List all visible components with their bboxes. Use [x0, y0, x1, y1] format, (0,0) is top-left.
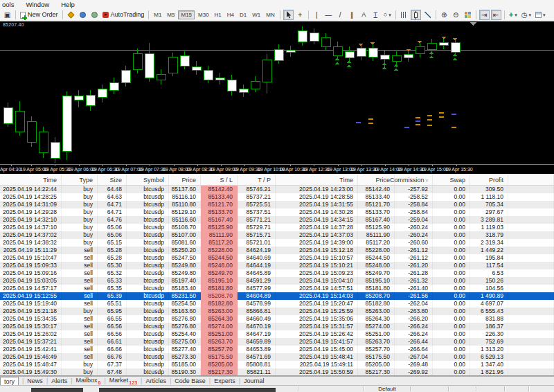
trendline-button[interactable]: /: [335, 10, 346, 20]
auto-scroll-button[interactable]: ⇤: [491, 10, 501, 20]
expert-advisors-icon[interactable]: [66, 10, 76, 20]
timeframe-m15-button[interactable]: M15: [178, 10, 195, 19]
history-row[interactable]: 2025.04.19 15:30:17sell66.56btcusdp85276…: [0, 323, 554, 330]
horizontal-line-button[interactable]: —: [323, 10, 334, 20]
timeframe-w1-button[interactable]: W1: [250, 11, 262, 19]
menu-item-window[interactable]: Window: [26, 1, 49, 8]
periods-dropdown[interactable]: ◷ ▾: [520, 10, 533, 20]
column-header-1-type[interactable]: Type: [62, 174, 98, 185]
history-row[interactable]: 2025.04.19 15:46:49sell66.76btcusdp85273…: [0, 353, 554, 361]
candlestick: [251, 82, 260, 89]
history-row[interactable]: 2025.04.19 15:09:33sell65.30btcusdp85249…: [0, 262, 554, 269]
sell-arrow-icon: [442, 37, 446, 39]
history-cell: 85111.90: [358, 231, 395, 239]
tab-tory[interactable]: tory: [0, 377, 19, 385]
tab-mailbox[interactable]: Mailbox6: [75, 377, 102, 385]
tab-news[interactable]: News: [26, 377, 44, 384]
column-header-5-s-l[interactable]: S / L: [201, 174, 238, 185]
cursor-button[interactable]: [283, 10, 294, 20]
history-row[interactable]: 2025.04.19 15:48:47buy67.37btcusdp85185.…: [0, 361, 554, 368]
community-icon[interactable]: [78, 10, 88, 20]
history-row[interactable]: 2025.04.19 15:03:05sell65.33btcusdp85197…: [0, 277, 554, 285]
column-header-6-t-p[interactable]: T / P: [238, 174, 276, 185]
history-cell: 65.15: [98, 239, 127, 247]
history-row[interactable]: 2025.04.19 14:57:17sell65.35btcusdp85183…: [0, 285, 554, 292]
history-row[interactable]: 2025.04.19 15:10:47sell65.28btcusdp85247…: [0, 254, 554, 262]
column-header-7-time[interactable]: Time: [276, 174, 358, 185]
history-row[interactable]: 2025.04.19 14:37:10buy65.06btcusdp85108.…: [0, 224, 554, 231]
candlestick-chart-button[interactable]: [411, 10, 421, 20]
history-row[interactable]: 2025.04.19 15:09:16sell65.32btcusdp85249…: [0, 269, 554, 277]
history-row[interactable]: 2025.04.19 15:42:41sell66.66btcusdp85277…: [0, 346, 554, 353]
column-header-label: S / L: [220, 177, 233, 184]
history-row[interactable]: 2025.04.19 15:19:40sell65.51btcusdp85254…: [0, 300, 554, 308]
tab-alerts[interactable]: Alerts: [50, 377, 69, 384]
history-row[interactable]: 2025.04.19 14:31:09buy64.71btcusdp85110.…: [0, 201, 554, 208]
menu-item-ools[interactable]: ools: [2, 1, 14, 8]
line-chart-button[interactable]: [422, 10, 433, 20]
history-cell: buy: [62, 308, 98, 315]
templates-dropdown[interactable]: ▾: [534, 10, 547, 20]
tab-journal[interactable]: Journal: [242, 377, 266, 384]
channel-button[interactable]: ∥: [347, 10, 357, 20]
history-row[interactable]: 2025.04.19 15:21:18buy65.95btcusdp85163.…: [0, 308, 554, 315]
timeframe-h4-button[interactable]: H4: [225, 11, 236, 19]
history-cell: 65.32: [98, 269, 127, 277]
history-cell: 84624.19: [238, 247, 276, 254]
history-row[interactable]: 2025.04.19 15:49:30buy67.48btcusdp85190.…: [0, 368, 554, 376]
column-header-9-commission[interactable]: Commission▿: [395, 174, 433, 185]
history-row[interactable]: 2025.04.19 15:34:35sell66.55btcusdp85276…: [0, 315, 554, 323]
zoom-in-button[interactable]: ⊕: [439, 10, 449, 20]
column-header-11-profit[interactable]: Profit: [470, 174, 508, 185]
column-header-2-size[interactable]: Size: [98, 174, 127, 185]
history-cell: 297.67: [470, 208, 508, 216]
bar-chart-button[interactable]: [399, 10, 409, 20]
web-globe-icon[interactable]: [89, 10, 100, 20]
status-separator: [528, 386, 529, 391]
chart-shift-button[interactable]: ⇥: [479, 10, 490, 20]
column-header-3-symbol[interactable]: Symbol: [127, 174, 169, 185]
chart-window-icon[interactable]: ▣: [2, 10, 12, 20]
history-cell: 85244.50: [201, 254, 238, 262]
text-tool-button[interactable]: A: [359, 10, 369, 20]
tab-code-base[interactable]: Code Base: [173, 377, 207, 384]
shapes-dropdown[interactable]: ○ ▾: [382, 10, 393, 20]
column-header-0-time[interactable]: Time: [0, 174, 62, 185]
profile-name[interactable]: Default: [364, 386, 410, 392]
timeframe-m1-button[interactable]: M1: [152, 11, 163, 19]
timeframe-h1-button[interactable]: H1: [213, 11, 224, 19]
tab-market[interactable]: Market123: [108, 377, 138, 385]
candlestick-chart[interactable]: 85207.40: [0, 21, 554, 164]
timeframe-mn-button[interactable]: MN: [264, 11, 276, 19]
tile-windows-button[interactable]: [463, 10, 473, 20]
time-axis-label: 19 Apr 15:00: [421, 167, 449, 172]
history-row[interactable]: 2025.04.19 14:22:44buy64.48btcusdp85137.…: [0, 186, 554, 193]
history-row[interactable]: 2025.04.19 15:37:21sell66.61btcusdp85275…: [0, 338, 554, 346]
history-cell: sell: [62, 262, 98, 269]
new-order-button[interactable]: New Order: [19, 10, 60, 20]
label-tool-button[interactable]: T: [370, 10, 381, 20]
candlestick: [275, 50, 284, 61]
crosshair-button[interactable]: +: [295, 10, 305, 20]
history-row[interactable]: 2025.04.19 14:38:32buy65.15btcusdp85081.…: [0, 239, 554, 247]
zoom-out-button[interactable]: ⊖: [451, 10, 461, 20]
tab-articles[interactable]: Articles: [144, 377, 168, 384]
history-row[interactable]: 2025.04.19 14:32:10buy64.76btcusdp85116.…: [0, 216, 554, 224]
vertical-line-button[interactable]: |: [312, 10, 322, 20]
history-row[interactable]: 2025.04.19 14:28:25buy64.63btcusdp85116.…: [0, 193, 554, 201]
column-header-10-swap[interactable]: Swap: [433, 174, 470, 185]
timeframe-m5-button[interactable]: M5: [165, 11, 177, 19]
indicators-dropdown[interactable]: + ▾: [508, 10, 519, 20]
menu-item-help[interactable]: Help: [61, 1, 75, 8]
history-row[interactable]: 2025.04.19 15:11:29sell65.28btcusdp85250…: [0, 247, 554, 254]
history-cell: 2 319.34: [470, 239, 508, 247]
autotrading-button[interactable]: AutoTrading: [101, 10, 146, 20]
history-row[interactable]: 2025.04.19 14:29:28buy64.71btcusdp85129.…: [0, 208, 554, 216]
timeframe-m30-button[interactable]: M30: [196, 11, 211, 19]
timeframe-d1-button[interactable]: D1: [238, 11, 249, 19]
history-row[interactable]: 2025.04.19 14:37:02buy65.06btcusdp85107.…: [0, 231, 554, 239]
history-row[interactable]: 2025.04.19 15:12:55sell65.39btcusdp85231…: [0, 292, 554, 300]
tab-experts[interactable]: Experts: [213, 377, 237, 384]
column-header-4-price[interactable]: Price: [169, 174, 201, 185]
history-row[interactable]: 2025.04.19 15:26:02sell66.56btcusdp85254…: [0, 330, 554, 338]
